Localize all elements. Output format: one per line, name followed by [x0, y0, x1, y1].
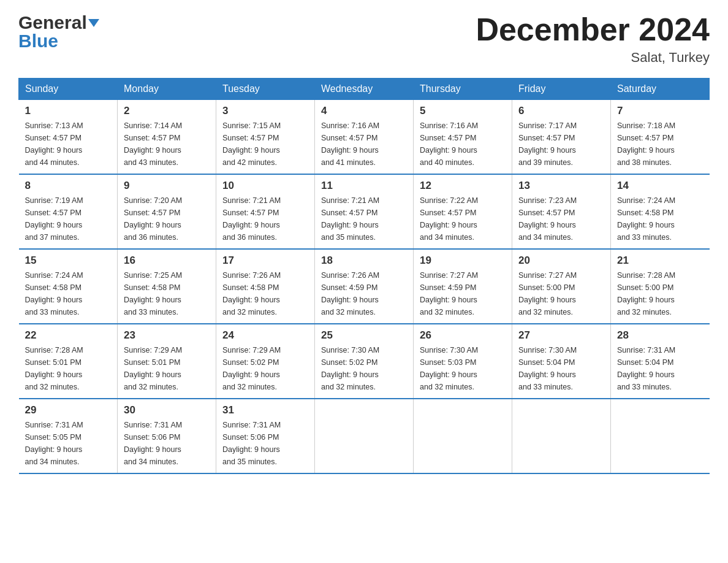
- day-number: 19: [420, 255, 506, 267]
- table-row: 31Sunrise: 7:31 AMSunset: 5:06 PMDayligh…: [216, 399, 315, 473]
- day-number: 26: [420, 329, 506, 342]
- day-number: 15: [25, 255, 112, 267]
- day-info: Sunrise: 7:27 AMSunset: 4:59 PMDaylight:…: [420, 269, 506, 318]
- day-info: Sunrise: 7:22 AMSunset: 4:57 PMDaylight:…: [420, 194, 506, 243]
- day-info: Sunrise: 7:24 AMSunset: 4:58 PMDaylight:…: [617, 194, 703, 243]
- day-info: Sunrise: 7:29 AMSunset: 5:02 PMDaylight:…: [222, 344, 308, 393]
- table-row: 28Sunrise: 7:31 AMSunset: 5:04 PMDayligh…: [611, 324, 710, 399]
- day-number: 29: [25, 404, 112, 416]
- title-area: December 2024 Salat, Turkey: [476, 12, 710, 66]
- day-info: Sunrise: 7:15 AMSunset: 4:57 PMDaylight:…: [222, 120, 308, 169]
- day-number: 10: [222, 180, 308, 192]
- day-number: 22: [25, 329, 112, 342]
- calendar-week-row: 15Sunrise: 7:24 AMSunset: 4:58 PMDayligh…: [19, 249, 710, 324]
- col-sunday: Sunday: [19, 79, 118, 100]
- day-info: Sunrise: 7:14 AMSunset: 4:57 PMDaylight:…: [124, 120, 210, 169]
- day-info: Sunrise: 7:25 AMSunset: 4:58 PMDaylight:…: [124, 269, 210, 318]
- day-info: Sunrise: 7:16 AMSunset: 4:57 PMDaylight:…: [321, 120, 407, 169]
- day-number: 5: [420, 105, 506, 117]
- day-info: Sunrise: 7:26 AMSunset: 4:58 PMDaylight:…: [222, 269, 308, 318]
- day-info: Sunrise: 7:31 AMSunset: 5:06 PMDaylight:…: [124, 419, 210, 468]
- table-row: [611, 399, 710, 473]
- table-row: 8Sunrise: 7:19 AMSunset: 4:57 PMDaylight…: [19, 174, 118, 249]
- table-row: 6Sunrise: 7:17 AMSunset: 4:57 PMDaylight…: [512, 100, 611, 175]
- day-number: 16: [124, 255, 210, 267]
- day-number: 27: [518, 329, 604, 342]
- table-row: 2Sunrise: 7:14 AMSunset: 4:57 PMDaylight…: [118, 100, 216, 175]
- day-number: 24: [222, 329, 308, 342]
- table-row: 4Sunrise: 7:16 AMSunset: 4:57 PMDaylight…: [315, 100, 414, 175]
- day-number: 12: [420, 180, 506, 192]
- table-row: 24Sunrise: 7:29 AMSunset: 5:02 PMDayligh…: [216, 324, 315, 399]
- table-row: 12Sunrise: 7:22 AMSunset: 4:57 PMDayligh…: [414, 174, 512, 249]
- page-header: General Blue December 2024 Salat, Turkey: [18, 12, 710, 66]
- calendar-table: Sunday Monday Tuesday Wednesday Thursday…: [18, 78, 710, 474]
- day-number: 20: [518, 255, 604, 267]
- table-row: 20Sunrise: 7:27 AMSunset: 5:00 PMDayligh…: [512, 249, 611, 324]
- table-row: 21Sunrise: 7:28 AMSunset: 5:00 PMDayligh…: [611, 249, 710, 324]
- day-number: 21: [617, 255, 703, 267]
- day-info: Sunrise: 7:21 AMSunset: 4:57 PMDaylight:…: [321, 194, 407, 243]
- day-info: Sunrise: 7:31 AMSunset: 5:06 PMDaylight:…: [222, 419, 308, 468]
- location-label: Salat, Turkey: [476, 50, 710, 66]
- day-number: 31: [222, 404, 308, 416]
- table-row: 26Sunrise: 7:30 AMSunset: 5:03 PMDayligh…: [414, 324, 512, 399]
- day-info: Sunrise: 7:30 AMSunset: 5:03 PMDaylight:…: [420, 344, 506, 393]
- table-row: 16Sunrise: 7:25 AMSunset: 4:58 PMDayligh…: [118, 249, 216, 324]
- table-row: 7Sunrise: 7:18 AMSunset: 4:57 PMDaylight…: [611, 100, 710, 175]
- day-info: Sunrise: 7:20 AMSunset: 4:57 PMDaylight:…: [124, 194, 210, 243]
- table-row: 5Sunrise: 7:16 AMSunset: 4:57 PMDaylight…: [414, 100, 512, 175]
- day-info: Sunrise: 7:16 AMSunset: 4:57 PMDaylight:…: [420, 120, 506, 169]
- logo-blue-text: Blue: [18, 31, 99, 52]
- table-row: 25Sunrise: 7:30 AMSunset: 5:02 PMDayligh…: [315, 324, 414, 399]
- day-info: Sunrise: 7:17 AMSunset: 4:57 PMDaylight:…: [518, 120, 604, 169]
- table-row: 18Sunrise: 7:26 AMSunset: 4:59 PMDayligh…: [315, 249, 414, 324]
- logo: General Blue: [18, 12, 99, 52]
- day-info: Sunrise: 7:28 AMSunset: 5:01 PMDaylight:…: [25, 344, 112, 393]
- day-info: Sunrise: 7:21 AMSunset: 4:57 PMDaylight:…: [222, 194, 308, 243]
- day-info: Sunrise: 7:24 AMSunset: 4:58 PMDaylight:…: [25, 269, 112, 318]
- day-number: 18: [321, 255, 407, 267]
- day-number: 30: [124, 404, 210, 416]
- day-info: Sunrise: 7:19 AMSunset: 4:57 PMDaylight:…: [25, 194, 112, 243]
- calendar-header-row: Sunday Monday Tuesday Wednesday Thursday…: [19, 79, 710, 100]
- day-number: 28: [617, 329, 703, 342]
- day-number: 8: [25, 180, 112, 192]
- day-number: 17: [222, 255, 308, 267]
- table-row: 23Sunrise: 7:29 AMSunset: 5:01 PMDayligh…: [118, 324, 216, 399]
- table-row: 10Sunrise: 7:21 AMSunset: 4:57 PMDayligh…: [216, 174, 315, 249]
- day-number: 2: [124, 105, 210, 117]
- day-info: Sunrise: 7:30 AMSunset: 5:02 PMDaylight:…: [321, 344, 407, 393]
- table-row: 15Sunrise: 7:24 AMSunset: 4:58 PMDayligh…: [19, 249, 118, 324]
- table-row: 3Sunrise: 7:15 AMSunset: 4:57 PMDaylight…: [216, 100, 315, 175]
- day-info: Sunrise: 7:28 AMSunset: 5:00 PMDaylight:…: [617, 269, 703, 318]
- table-row: [414, 399, 512, 473]
- day-number: 11: [321, 180, 407, 192]
- table-row: [512, 399, 611, 473]
- table-row: 1Sunrise: 7:13 AMSunset: 4:57 PMDaylight…: [19, 100, 118, 175]
- day-info: Sunrise: 7:29 AMSunset: 5:01 PMDaylight:…: [124, 344, 210, 393]
- day-number: 23: [124, 329, 210, 342]
- day-number: 25: [321, 329, 407, 342]
- calendar-week-row: 22Sunrise: 7:28 AMSunset: 5:01 PMDayligh…: [19, 324, 710, 399]
- col-thursday: Thursday: [414, 79, 512, 100]
- day-info: Sunrise: 7:18 AMSunset: 4:57 PMDaylight:…: [617, 120, 703, 169]
- col-friday: Friday: [512, 79, 611, 100]
- table-row: 14Sunrise: 7:24 AMSunset: 4:58 PMDayligh…: [611, 174, 710, 249]
- day-info: Sunrise: 7:23 AMSunset: 4:57 PMDaylight:…: [518, 194, 604, 243]
- calendar-week-row: 29Sunrise: 7:31 AMSunset: 5:05 PMDayligh…: [19, 399, 710, 473]
- day-info: Sunrise: 7:31 AMSunset: 5:05 PMDaylight:…: [25, 419, 112, 468]
- day-number: 4: [321, 105, 407, 117]
- table-row: 27Sunrise: 7:30 AMSunset: 5:04 PMDayligh…: [512, 324, 611, 399]
- logo-arrow-icon: [88, 19, 99, 27]
- table-row: 9Sunrise: 7:20 AMSunset: 4:57 PMDaylight…: [118, 174, 216, 249]
- col-wednesday: Wednesday: [315, 79, 414, 100]
- col-tuesday: Tuesday: [216, 79, 315, 100]
- col-monday: Monday: [118, 79, 216, 100]
- logo-general-text: General: [18, 12, 87, 33]
- day-number: 7: [617, 105, 703, 117]
- table-row: 19Sunrise: 7:27 AMSunset: 4:59 PMDayligh…: [414, 249, 512, 324]
- table-row: 30Sunrise: 7:31 AMSunset: 5:06 PMDayligh…: [118, 399, 216, 473]
- col-saturday: Saturday: [611, 79, 710, 100]
- day-number: 6: [518, 105, 604, 117]
